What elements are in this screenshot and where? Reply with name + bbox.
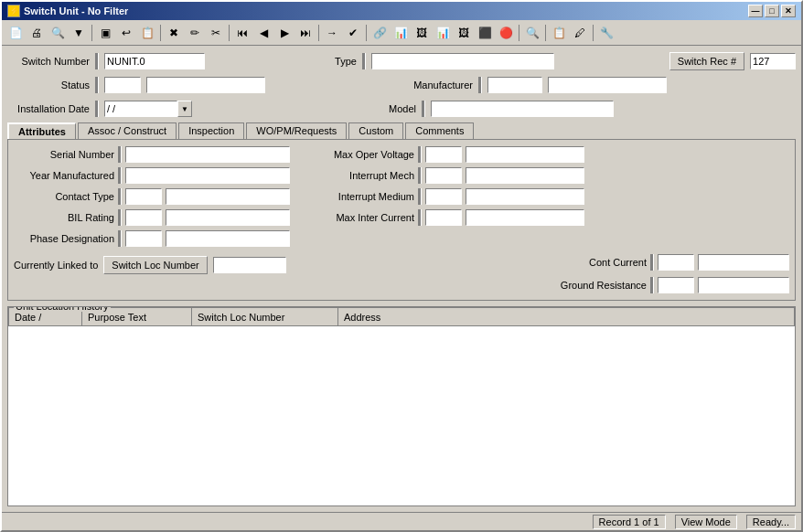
interrupt-medium-label: Interrupt Medium: [305, 191, 414, 202]
check-button[interactable]: ✔: [343, 23, 363, 43]
stop-button[interactable]: 🔴: [496, 23, 516, 43]
cut-button[interactable]: ✂: [206, 23, 226, 43]
cont-sep: [650, 254, 654, 271]
nav-prev-button[interactable]: ◀: [253, 23, 273, 43]
grid-button[interactable]: ▣: [95, 23, 115, 43]
tab-attributes[interactable]: Attributes: [7, 122, 76, 139]
block-button[interactable]: ⬛: [475, 23, 495, 43]
switch-rec-input[interactable]: [750, 53, 796, 69]
map-button[interactable]: 📊: [433, 23, 453, 43]
year-manufactured-input[interactable]: [125, 167, 290, 184]
interrupt-medium-desc-input[interactable]: [466, 188, 584, 205]
switch-number-label: Switch Number: [7, 56, 90, 67]
nav-next-button[interactable]: ▶: [274, 23, 294, 43]
installation-date-input[interactable]: [104, 101, 177, 117]
new-button[interactable]: 📄: [5, 23, 26, 43]
linked-row: Currently Linked to Switch Loc Number: [14, 255, 286, 275]
tabs-container: Attributes Assoc / Construct Inspection …: [7, 122, 796, 301]
tab-wo[interactable]: WO/PM/Requests: [246, 122, 347, 139]
nav-first-button[interactable]: ⏮: [232, 23, 252, 43]
go-button[interactable]: →: [322, 23, 342, 43]
toolbar-separator-3: [229, 25, 230, 41]
tab-comments[interactable]: Comments: [405, 122, 474, 139]
minimize-button[interactable]: —: [748, 5, 763, 17]
toolbar-separator-1: [91, 25, 92, 41]
contact-type-code-input[interactable]: [125, 188, 162, 205]
interrupt-medium-code-input[interactable]: [425, 188, 462, 205]
phase-designation-label: Phase Designation: [14, 233, 114, 244]
model-input[interactable]: [431, 101, 614, 117]
image-button[interactable]: 🖼: [412, 23, 432, 43]
delete-button[interactable]: ✖: [164, 23, 184, 43]
date-dropdown-button[interactable]: ▼: [177, 101, 192, 117]
interrupt-mech-code-input[interactable]: [425, 167, 462, 184]
ground-code-input[interactable]: [658, 277, 694, 293]
max-oper-voltage-row: Max Oper Voltage: [305, 145, 584, 164]
phase-sep: [118, 230, 122, 247]
photo-button[interactable]: 🖼: [454, 23, 474, 43]
switch-number-input[interactable]: [104, 53, 205, 69]
edit-button[interactable]: ✏: [185, 23, 205, 43]
manufacturer-code-input[interactable]: [487, 77, 542, 93]
content-area: Switch Number Type Switch Rec # Status M…: [2, 46, 801, 512]
toolbar-separator-4: [318, 25, 319, 41]
contact-type-desc-input[interactable]: [166, 188, 290, 205]
manufacturer-desc-input[interactable]: [548, 77, 667, 93]
close-button[interactable]: ✕: [781, 5, 796, 17]
nav-last-button[interactable]: ⏭: [295, 23, 316, 43]
installation-date-sep: [95, 101, 99, 117]
title-controls: — □ ✕: [748, 5, 796, 17]
tabs-row: Attributes Assoc / Construct Inspection …: [7, 122, 796, 139]
unit-location-history-section: Unit Location History Date / Purpose Tex…: [7, 306, 796, 506]
phase-code-input[interactable]: [125, 230, 162, 247]
settings-button[interactable]: 🔧: [596, 23, 616, 43]
tab-assoc[interactable]: Assoc / Construct: [78, 122, 177, 139]
tab-inspection[interactable]: Inspection: [178, 122, 244, 139]
maximize-button[interactable]: □: [765, 5, 779, 17]
phase-desc-input[interactable]: [166, 230, 290, 247]
max-inter-desc-input[interactable]: [466, 209, 584, 226]
attributes-right: Max Oper Voltage Interrupt Mech: [305, 145, 584, 248]
interrupt-medium-sep: [418, 188, 422, 205]
status-code-input[interactable]: [104, 77, 141, 93]
bil-rating-label: BIL Rating: [14, 212, 114, 223]
phase-designation-row: Phase Designation: [14, 229, 290, 248]
undo-button[interactable]: ↩: [116, 23, 136, 43]
type-sep: [362, 53, 366, 69]
interrupt-mech-desc-input[interactable]: [466, 167, 584, 184]
switch-rec-button[interactable]: Switch Rec #: [669, 52, 744, 70]
filter-button[interactable]: ▼: [69, 23, 89, 43]
clipboard-button[interactable]: 📋: [137, 23, 157, 43]
installation-row: Installation Date ▼ Model: [7, 99, 796, 119]
zoom-button[interactable]: 🔍: [522, 23, 542, 43]
model-sep: [422, 101, 425, 117]
bil-code-input[interactable]: [125, 209, 162, 226]
tab-custom[interactable]: Custom: [348, 122, 403, 139]
max-oper-desc-input[interactable]: [466, 146, 584, 163]
status-desc-input[interactable]: [146, 77, 265, 93]
print-button[interactable]: 🖨: [27, 23, 47, 43]
interrupt-mech-sep: [418, 167, 422, 184]
chart-button[interactable]: 📊: [391, 23, 411, 43]
contact-type-label: Contact Type: [14, 191, 114, 202]
max-oper-code-input[interactable]: [425, 146, 462, 163]
switch-number-sep: [95, 53, 99, 69]
max-inter-code-input[interactable]: [425, 209, 462, 226]
ground-sep: [650, 277, 654, 293]
installation-date-label: Installation Date: [7, 103, 90, 114]
ground-desc-input[interactable]: [698, 277, 789, 293]
switch-loc-number-button[interactable]: Switch Loc Number: [103, 256, 207, 274]
bil-desc-input[interactable]: [166, 209, 290, 226]
serial-number-input[interactable]: [125, 146, 290, 163]
link-button[interactable]: 🔗: [369, 23, 390, 43]
bottom-section: Currently Linked to Switch Loc Number Co…: [14, 251, 789, 294]
ground-resistance-row: Ground Resistance: [561, 276, 789, 294]
interrupt-medium-row: Interrupt Medium: [305, 187, 584, 206]
cont-code-input[interactable]: [658, 254, 694, 271]
pen-button[interactable]: 🖊: [570, 23, 590, 43]
switch-loc-input[interactable]: [213, 257, 286, 273]
cont-desc-input[interactable]: [698, 254, 789, 271]
report-button[interactable]: 📋: [549, 23, 569, 43]
type-input[interactable]: [371, 53, 554, 69]
search-button[interactable]: 🔍: [48, 23, 68, 43]
